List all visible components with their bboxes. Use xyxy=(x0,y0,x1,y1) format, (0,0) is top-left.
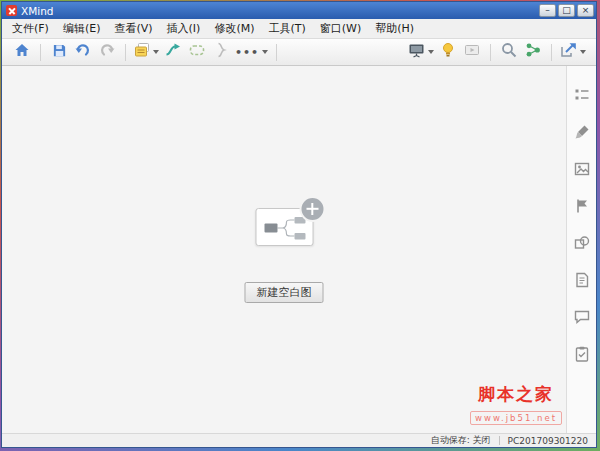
task-info-icon[interactable] xyxy=(573,345,590,362)
undo-icon xyxy=(75,42,91,62)
toolbar-separator xyxy=(551,44,552,61)
share-button[interactable] xyxy=(521,41,545,63)
brainstorming-button[interactable] xyxy=(436,41,460,63)
toolbar-separator xyxy=(276,44,277,61)
relationship-icon xyxy=(165,42,181,62)
xmind-window: XMind – □ × 文件(F) 编辑(E) 查看(V) 插入(I) 修改(M… xyxy=(1,1,597,448)
menu-item-file[interactable]: 文件(F) xyxy=(5,19,56,38)
slideshow-button[interactable] xyxy=(460,41,484,63)
close-button[interactable]: × xyxy=(577,4,594,17)
boundary-icon xyxy=(189,42,205,62)
dropdown-caret-icon xyxy=(262,50,268,54)
redo-icon xyxy=(99,42,115,62)
boundary-button[interactable] xyxy=(185,41,209,63)
menu-item-edit[interactable]: 编辑(E) xyxy=(56,19,108,38)
export-button[interactable] xyxy=(558,41,588,63)
notes-icon[interactable] xyxy=(573,271,590,288)
maximize-button[interactable]: □ xyxy=(558,4,575,17)
minimize-button[interactable]: – xyxy=(539,4,556,17)
new-sheet-icon xyxy=(134,42,150,62)
undo-button[interactable] xyxy=(71,41,95,63)
home-icon xyxy=(14,42,30,62)
image-icon[interactable] xyxy=(573,160,590,177)
clip-art-icon[interactable] xyxy=(573,234,590,251)
menu-item-view[interactable]: 查看(V) xyxy=(107,19,159,38)
presentation-button[interactable] xyxy=(406,41,436,63)
new-blank-map-button[interactable]: 新建空白图 xyxy=(245,282,324,303)
add-plus-icon[interactable] xyxy=(299,196,325,222)
statusbar: 自动保存: 关闭 PC201709301220 xyxy=(2,433,596,447)
toolbar-separator xyxy=(40,44,41,61)
toolbar-separator xyxy=(490,44,491,61)
menu-item-insert[interactable]: 插入(I) xyxy=(160,19,208,38)
markers-flag-icon[interactable] xyxy=(573,197,590,214)
dropdown-caret-icon xyxy=(580,50,586,54)
new-map-placeholder: 新建空白图 xyxy=(245,208,324,303)
menu-item-modify[interactable]: 修改(M) xyxy=(207,19,261,38)
marker-more-button[interactable]: ••• xyxy=(233,41,270,63)
home-button[interactable] xyxy=(10,41,34,63)
format-icon[interactable] xyxy=(573,86,590,103)
xmind-logo-icon xyxy=(6,5,17,16)
autosave-status: 自动保存: 关闭 xyxy=(431,434,491,447)
styles-brush-icon[interactable] xyxy=(573,123,590,140)
dropdown-caret-icon xyxy=(153,50,159,54)
mindmap-canvas[interactable]: 新建空白图 脚本之家 www.jb51.net xyxy=(2,66,566,433)
save-icon xyxy=(52,43,67,62)
statusbar-separator xyxy=(499,436,500,445)
watermark-site-name: 脚本之家 xyxy=(470,383,562,406)
titlebar[interactable]: XMind – □ × xyxy=(2,2,596,19)
share-icon xyxy=(525,42,541,62)
presentation-icon xyxy=(408,42,425,62)
export-icon xyxy=(560,42,577,62)
lightbulb-icon xyxy=(441,42,455,62)
main-area: 新建空白图 脚本之家 www.jb51.net xyxy=(2,66,596,433)
watermark: 脚本之家 www.jb51.net xyxy=(470,383,562,425)
machine-id: PC201709301220 xyxy=(508,436,588,446)
save-button[interactable] xyxy=(47,41,71,63)
summary-icon xyxy=(213,42,229,62)
menu-item-help[interactable]: 帮助(H) xyxy=(368,19,421,38)
watermark-site-url: www.jb51.net xyxy=(470,411,562,425)
toolbar-separator xyxy=(125,44,126,61)
menubar: 文件(F) 编辑(E) 查看(V) 插入(I) 修改(M) 工具(T) 窗口(W… xyxy=(2,19,596,39)
summary-button[interactable] xyxy=(209,41,233,63)
dropdown-caret-icon xyxy=(428,50,434,54)
relationship-button[interactable] xyxy=(161,41,185,63)
comments-icon[interactable] xyxy=(573,308,590,325)
slideshow-icon xyxy=(464,42,480,62)
menu-item-tools[interactable]: 工具(T) xyxy=(261,19,312,38)
toolbar: ••• xyxy=(2,39,596,66)
desktop-background: XMind – □ × 文件(F) 编辑(E) 查看(V) 插入(I) 修改(M… xyxy=(0,0,600,451)
right-panel-bar xyxy=(566,66,596,433)
mini-map-thumbnail[interactable] xyxy=(255,208,313,246)
search-button[interactable] xyxy=(497,41,521,63)
menu-item-window[interactable]: 窗口(W) xyxy=(313,19,368,38)
redo-button[interactable] xyxy=(95,41,119,63)
more-dots-icon: ••• xyxy=(235,46,259,59)
search-icon xyxy=(501,42,517,62)
window-title: XMind xyxy=(21,3,537,19)
new-sheet-button[interactable] xyxy=(132,41,161,63)
